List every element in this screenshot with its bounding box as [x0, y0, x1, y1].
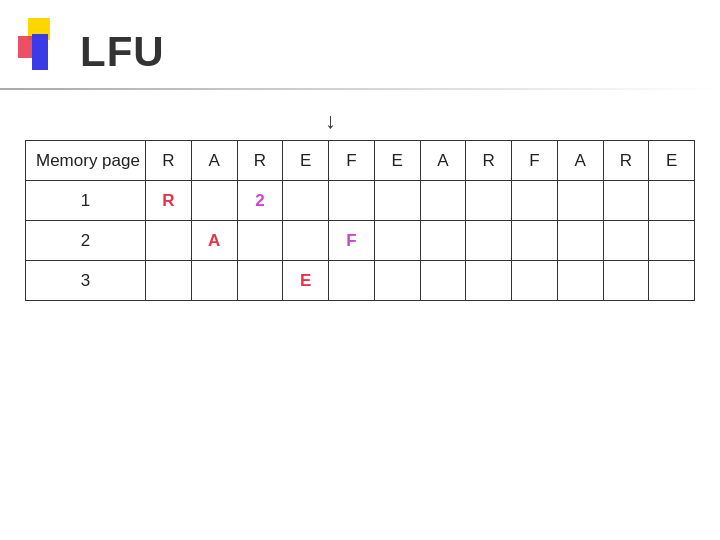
row-1-col-3	[283, 181, 329, 221]
row-3-col-8	[512, 261, 558, 301]
row-2-label: 2	[26, 221, 146, 261]
row-1-col-0: R	[146, 181, 192, 221]
col-header-3: E	[283, 141, 329, 181]
row-3-col-5	[374, 261, 420, 301]
logo	[18, 18, 66, 78]
row-3-col-1	[191, 261, 237, 301]
row-1-col-6	[420, 181, 466, 221]
col-header-6: A	[420, 141, 466, 181]
row-1-col-10	[603, 181, 649, 221]
col-header-4: F	[329, 141, 375, 181]
column-header-label: Memory page	[26, 141, 146, 181]
row-2-col-2	[237, 221, 283, 261]
row-3-col-3: E	[283, 261, 329, 301]
col-header-10: R	[603, 141, 649, 181]
table-header-row: Memory page R A R E F E A R F A R E	[26, 141, 695, 181]
row-2-col-4: F	[329, 221, 375, 261]
logo-blue-bar	[32, 34, 48, 70]
col-header-7: R	[466, 141, 512, 181]
row-2-col-1: A	[191, 221, 237, 261]
row-1-col-2: 2	[237, 181, 283, 221]
row-3-label: 3	[26, 261, 146, 301]
col-header-11: E	[649, 141, 695, 181]
row-3-col-11	[649, 261, 695, 301]
row-3-col-6	[420, 261, 466, 301]
row-2-col-0	[146, 221, 192, 261]
col-header-5: E	[374, 141, 420, 181]
col-header-2: R	[237, 141, 283, 181]
row-2-col-5	[374, 221, 420, 261]
row-3-col-7	[466, 261, 512, 301]
row-1-label: 1	[26, 181, 146, 221]
row-2-col-10	[603, 221, 649, 261]
row-3-col-0	[146, 261, 192, 301]
row-2-col-9	[557, 221, 603, 261]
row-1-col-5	[374, 181, 420, 221]
row-2-col-3	[283, 221, 329, 261]
row-1-col-11	[649, 181, 695, 221]
row-3-col-10	[603, 261, 649, 301]
row-1-col-9	[557, 181, 603, 221]
row-1-col-8	[512, 181, 558, 221]
row-2-col-11	[649, 221, 695, 261]
row-1-col-4	[329, 181, 375, 221]
row-1-col-1	[191, 181, 237, 221]
lfu-table: Memory page R A R E F E A R F A R E 1 R	[25, 140, 695, 301]
col-header-8: F	[512, 141, 558, 181]
table-row: 2 A F	[26, 221, 695, 261]
row-2-col-6	[420, 221, 466, 261]
col-header-9: A	[557, 141, 603, 181]
title-divider	[0, 88, 720, 90]
row-1-col-7	[466, 181, 512, 221]
row-3-col-9	[557, 261, 603, 301]
row-2-col-7	[466, 221, 512, 261]
page-title: LFU	[80, 28, 165, 76]
col-header-0: R	[146, 141, 192, 181]
down-arrow-icon: ↓	[325, 108, 336, 134]
row-2-col-8	[512, 221, 558, 261]
table-row: 3 E	[26, 261, 695, 301]
row-3-col-4	[329, 261, 375, 301]
col-header-1: A	[191, 141, 237, 181]
row-3-col-2	[237, 261, 283, 301]
table-row: 1 R 2	[26, 181, 695, 221]
